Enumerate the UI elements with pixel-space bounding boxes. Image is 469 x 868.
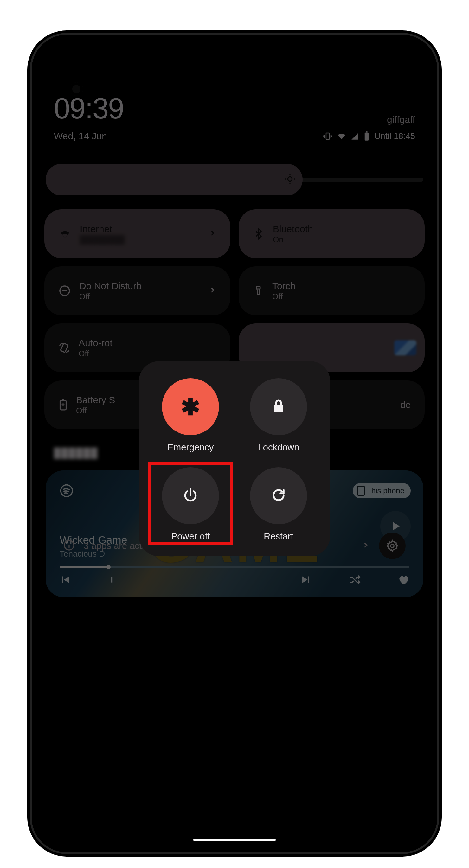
wifi-icon (58, 227, 71, 241)
pause-small-icon[interactable] (108, 574, 116, 587)
svg-point-11 (391, 544, 394, 548)
heart-icon[interactable] (398, 574, 409, 587)
previous-icon[interactable] (60, 574, 71, 587)
power-menu-lockdown[interactable]: Lockdown (240, 378, 317, 453)
chevron-right-icon (208, 286, 217, 296)
spotify-icon (60, 484, 74, 499)
tile-subtitle: Off (79, 292, 142, 301)
lock-icon (271, 399, 286, 415)
svg-point-3 (288, 177, 292, 181)
tile-subtitle: On (273, 235, 313, 244)
next-icon[interactable] (300, 574, 312, 587)
tile-title: Auto-rot (79, 338, 113, 348)
battery-icon (363, 131, 370, 141)
progress-bar[interactable] (60, 566, 409, 568)
tile-subtitle-redacted: ████████ (80, 235, 125, 244)
power-menu-poweroff[interactable]: Power off (152, 467, 229, 542)
chip-label: This phone (367, 486, 404, 495)
info-icon (63, 539, 75, 552)
asterisk-glyph: ✱ (181, 393, 200, 421)
phone-frame: 09:39 giffgaff Wed, 14 Jun (32, 35, 437, 852)
screen: 09:39 giffgaff Wed, 14 Jun (32, 35, 437, 852)
restart-icon (271, 488, 286, 504)
svg-rect-1 (365, 133, 369, 141)
svg-rect-2 (366, 131, 367, 133)
tile-subtitle: Off (76, 406, 115, 415)
shuffle-icon[interactable] (349, 574, 361, 587)
tile-title-fragment: de (400, 400, 411, 410)
signal-icon (351, 132, 359, 140)
tile-subtitle: Off (272, 292, 295, 301)
qs-tile-bluetooth[interactable]: Bluetooth On (239, 209, 424, 258)
wifi-icon (337, 131, 346, 141)
battery-saver-icon (58, 399, 68, 411)
autorotate-icon (58, 342, 70, 354)
power-menu: ✱ Emergency Lockdown P (139, 361, 330, 556)
torch-icon (253, 285, 264, 297)
power-menu-emergency[interactable]: ✱ Emergency (152, 378, 229, 453)
tile-subtitle: Off (79, 349, 113, 358)
output-device-chip[interactable]: This phone (353, 483, 411, 498)
svg-rect-0 (326, 133, 329, 140)
battery-until-label: Until 18:45 (374, 131, 415, 141)
qs-tile-internet[interactable]: Internet ████████ (45, 209, 230, 258)
chevron-right-icon (361, 541, 370, 551)
front-camera (70, 82, 83, 96)
svg-rect-6 (60, 343, 68, 352)
power-menu-label: Lockdown (258, 442, 299, 453)
status-icons: Until 18:45 (323, 131, 415, 141)
date-label: Wed, 14 Jun (54, 131, 107, 142)
vibrate-icon (323, 131, 332, 141)
bluetooth-icon (253, 228, 265, 240)
tile-title: Torch (272, 281, 295, 291)
settings-button[interactable] (379, 532, 406, 559)
tutorial-highlight (148, 462, 233, 545)
svg-rect-9 (111, 577, 113, 582)
dnd-icon (58, 284, 71, 297)
tile-title: Bluetooth (273, 224, 313, 235)
qs-tile-torch[interactable]: Torch Off (239, 267, 424, 315)
svg-rect-13 (274, 405, 283, 412)
chevron-right-icon (208, 229, 217, 239)
svg-rect-5 (256, 287, 260, 289)
qs-tile-dnd[interactable]: Do Not Disturb Off (45, 267, 230, 315)
tile-title: Do Not Disturb (79, 281, 142, 291)
home-indicator[interactable] (193, 839, 276, 841)
power-menu-label: Restart (264, 531, 293, 542)
clock: 09:39 (54, 92, 124, 125)
carrier-label: giffgaff (387, 114, 415, 125)
card-thumbnail (394, 340, 416, 355)
tile-title: Internet (80, 224, 125, 235)
brightness-slider[interactable] (46, 164, 423, 195)
power-menu-restart[interactable]: Restart (240, 467, 317, 542)
brightness-icon (284, 173, 296, 187)
power-menu-label: Emergency (167, 442, 214, 453)
tile-title: Battery S (76, 395, 115, 405)
